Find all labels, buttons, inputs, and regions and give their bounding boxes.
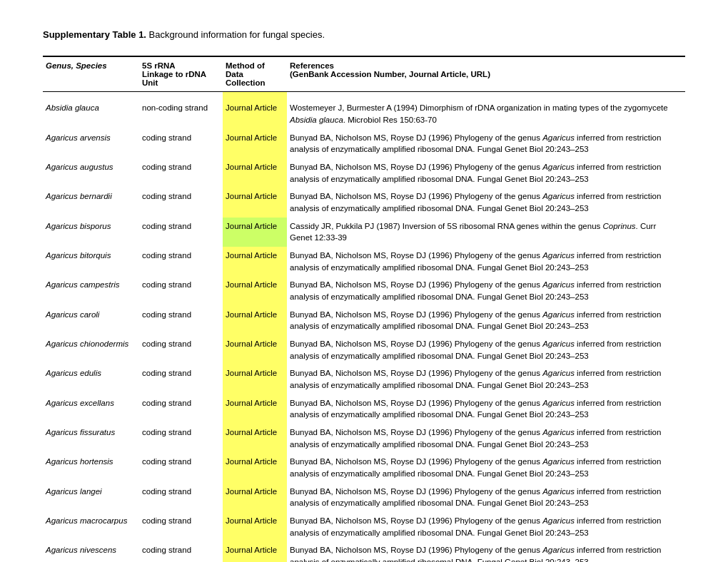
table-row: Agaricus bitorquiscoding strandJournal A… xyxy=(43,247,685,276)
title-bold: Supplementary Table 1. xyxy=(43,29,146,40)
cell-strand: coding strand xyxy=(139,158,223,188)
cell-species: Agaricus langei xyxy=(43,483,139,512)
cell-strand: coding strand xyxy=(139,129,223,158)
cell-species: Agaricus macrocarpus xyxy=(43,512,139,541)
cell-reference: Bunyad BA, Nicholson MS, Royse DJ (1996)… xyxy=(287,306,685,335)
cell-method: Journal Article xyxy=(223,188,287,217)
cell-strand: coding strand xyxy=(139,364,223,394)
cell-strand: coding strand xyxy=(139,541,223,562)
header-references: References (GenBank Accession Number, Jo… xyxy=(287,56,685,92)
page-title: Supplementary Table 1. Background inform… xyxy=(43,29,685,41)
cell-method: Journal Article xyxy=(223,158,287,188)
cell-species: Agaricus caroli xyxy=(43,306,139,335)
cell-method: Journal Article xyxy=(223,483,287,512)
cell-method: Journal Article xyxy=(223,247,287,276)
cell-reference: Bunyad BA, Nicholson MS, Royse DJ (1996)… xyxy=(287,512,685,541)
cell-method: Journal Article xyxy=(223,512,287,541)
cell-species: Absidia glauca xyxy=(43,92,139,129)
cell-species: Agaricus bitorquis xyxy=(43,247,139,276)
cell-species: Agaricus edulis xyxy=(43,364,139,394)
table-row: Agaricus macrocarpuscoding strandJournal… xyxy=(43,512,685,541)
cell-species: Agaricus chionodermis xyxy=(43,335,139,364)
table-row: Agaricus bernardiicoding strandJournal A… xyxy=(43,188,685,217)
header-method: Method of Data Collection xyxy=(223,56,287,92)
table-row: Agaricus excellanscoding strandJournal A… xyxy=(43,394,685,424)
cell-method: Journal Article xyxy=(223,129,287,158)
cell-strand: coding strand xyxy=(139,424,223,453)
cell-reference: Bunyad BA, Nicholson MS, Royse DJ (1996)… xyxy=(287,424,685,453)
cell-strand: coding strand xyxy=(139,276,223,305)
cell-reference: Bunyad BA, Nicholson MS, Royse DJ (1996)… xyxy=(287,541,685,562)
table-row: Agaricus eduliscoding strandJournal Arti… xyxy=(43,364,685,394)
table-row: Agaricus nivescenscoding strandJournal A… xyxy=(43,541,685,562)
cell-species: Agaricus bernardii xyxy=(43,188,139,217)
cell-reference: Bunyad BA, Nicholson MS, Royse DJ (1996)… xyxy=(287,335,685,364)
cell-method: Journal Article xyxy=(223,335,287,364)
table-row: Agaricus arvensiscoding strandJournal Ar… xyxy=(43,129,685,158)
table-header-row: Genus, Species 5S rRNA Linkage to rDNA U… xyxy=(43,56,685,92)
cell-reference: Bunyad BA, Nicholson MS, Royse DJ (1996)… xyxy=(287,158,685,188)
cell-reference: Bunyad BA, Nicholson MS, Royse DJ (1996)… xyxy=(287,247,685,276)
main-table: Genus, Species 5S rRNA Linkage to rDNA U… xyxy=(43,56,685,562)
cell-species: Agaricus excellans xyxy=(43,394,139,424)
table-row: Agaricus bisporuscoding strandJournal Ar… xyxy=(43,218,685,247)
table-row: Agaricus chionodermiscoding strandJourna… xyxy=(43,335,685,364)
cell-strand: non-coding strand xyxy=(139,92,223,129)
cell-method: Journal Article xyxy=(223,306,287,335)
cell-species: Agaricus fissuratus xyxy=(43,424,139,453)
header-species: Genus, Species xyxy=(43,56,139,92)
table-row: Agaricus carolicoding strandJournal Arti… xyxy=(43,306,685,335)
cell-strand: coding strand xyxy=(139,394,223,424)
cell-method: Journal Article xyxy=(223,276,287,305)
cell-strand: coding strand xyxy=(139,512,223,541)
cell-method: Journal Article xyxy=(223,394,287,424)
cell-reference: Wostemeyer J, Burmester A (1994) Dimorph… xyxy=(287,92,685,129)
cell-strand: coding strand xyxy=(139,247,223,276)
cell-method: Journal Article xyxy=(223,364,287,394)
cell-species: Agaricus arvensis xyxy=(43,129,139,158)
cell-strand: coding strand xyxy=(139,188,223,217)
cell-reference: Bunyad BA, Nicholson MS, Royse DJ (1996)… xyxy=(287,129,685,158)
cell-reference: Bunyad BA, Nicholson MS, Royse DJ (1996)… xyxy=(287,276,685,305)
cell-strand: coding strand xyxy=(139,306,223,335)
header-strand: 5S rRNA Linkage to rDNA Unit xyxy=(139,56,223,92)
cell-reference: Bunyad BA, Nicholson MS, Royse DJ (1996)… xyxy=(287,188,685,217)
cell-reference: Bunyad BA, Nicholson MS, Royse DJ (1996)… xyxy=(287,364,685,394)
cell-method: Journal Article xyxy=(223,453,287,482)
table-row: Agaricus langeicoding strandJournal Arti… xyxy=(43,483,685,512)
table-row: Agaricus augustuscoding strandJournal Ar… xyxy=(43,158,685,188)
cell-method: Journal Article xyxy=(223,424,287,453)
cell-species: Agaricus augustus xyxy=(43,158,139,188)
cell-strand: coding strand xyxy=(139,335,223,364)
table-row: Agaricus campestriscoding strandJournal … xyxy=(43,276,685,305)
cell-reference: Bunyad BA, Nicholson MS, Royse DJ (1996)… xyxy=(287,394,685,424)
cell-reference: Cassidy JR, Pukkila PJ (1987) Inversion … xyxy=(287,218,685,247)
cell-species: Agaricus nivescens xyxy=(43,541,139,562)
cell-reference: Bunyad BA, Nicholson MS, Royse DJ (1996)… xyxy=(287,483,685,512)
cell-method: Journal Article xyxy=(223,92,287,129)
cell-strand: coding strand xyxy=(139,218,223,247)
cell-method: Journal Article xyxy=(223,218,287,247)
table-row: Absidia glaucanon-coding strandJournal A… xyxy=(43,92,685,129)
cell-species: Agaricus hortensis xyxy=(43,453,139,482)
cell-strand: coding strand xyxy=(139,483,223,512)
table-row: Agaricus fissuratuscoding strandJournal … xyxy=(43,424,685,453)
cell-species: Agaricus bisporus xyxy=(43,218,139,247)
cell-reference: Bunyad BA, Nicholson MS, Royse DJ (1996)… xyxy=(287,453,685,482)
table-row: Agaricus hortensiscoding strandJournal A… xyxy=(43,453,685,482)
cell-strand: coding strand xyxy=(139,453,223,482)
title-normal: Background information for fungal specie… xyxy=(146,29,325,40)
cell-method: Journal Article xyxy=(223,541,287,562)
cell-species: Agaricus campestris xyxy=(43,276,139,305)
